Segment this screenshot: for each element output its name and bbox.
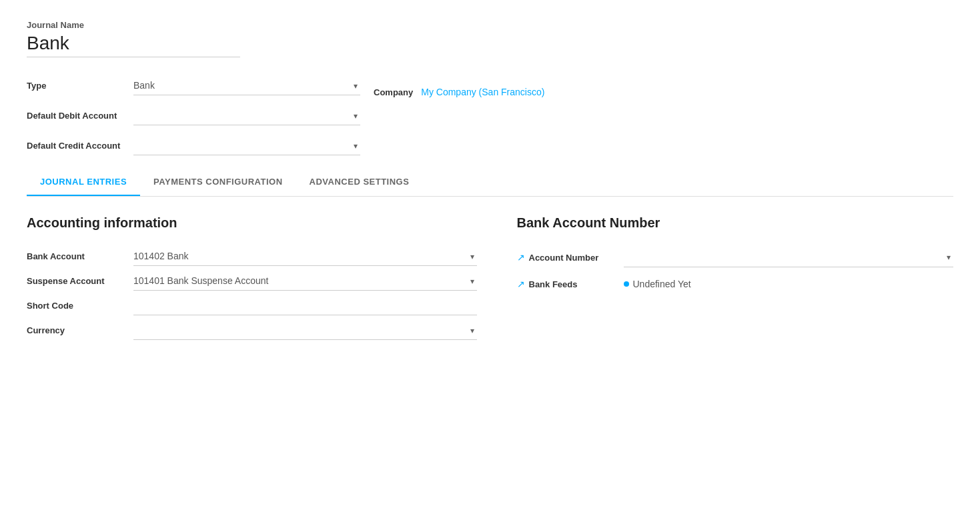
- type-field-wrapper[interactable]: Bank ▾: [133, 73, 360, 98]
- suspense-account-label: Suspense Account: [27, 269, 133, 293]
- account-number-wrapper[interactable]: ▾: [624, 248, 954, 267]
- type-label: Type: [27, 74, 133, 97]
- currency-wrapper[interactable]: ▾: [133, 318, 477, 343]
- bank-account-select[interactable]: 101402 Bank: [133, 247, 477, 266]
- default-credit-wrapper[interactable]: ▾: [133, 133, 360, 158]
- currency-label: Currency: [27, 319, 133, 342]
- default-debit-label: Default Debit Account: [27, 104, 133, 127]
- company-label: Company: [374, 87, 413, 97]
- journal-name-divider: [27, 57, 240, 57]
- accounting-info-title: Accounting information: [27, 215, 477, 231]
- tab-payments-configuration[interactable]: PAYMENTS CONFIGURATION: [140, 169, 296, 196]
- tab-advanced-settings[interactable]: ADVANCED SETTINGS: [296, 169, 423, 196]
- account-number-external-link-icon[interactable]: ↗: [517, 252, 525, 263]
- bank-account-number-section: Bank Account Number ↗ Account Number ▾ ↗…: [504, 215, 954, 343]
- bank-account-number-title: Bank Account Number: [517, 215, 954, 231]
- account-number-label: Account Number: [529, 253, 599, 263]
- bank-feeds-status-dot: [624, 281, 629, 287]
- accounting-info-section: Accounting information Bank Account 1014…: [27, 215, 477, 343]
- bank-account-label: Bank Account: [27, 245, 133, 268]
- company-section: Company My Company (San Francisco): [360, 73, 953, 163]
- company-link[interactable]: My Company (San Francisco): [421, 87, 544, 97]
- top-form: Type Bank ▾ Default Debit Account ▾: [27, 73, 953, 163]
- bank-feeds-external-link-icon[interactable]: ↗: [517, 279, 525, 289]
- left-form: Type Bank ▾ Default Debit Account ▾: [27, 73, 360, 163]
- tab-journal-entries[interactable]: JOURNAL ENTRIES: [27, 169, 140, 196]
- suspense-account-select[interactable]: 101401 Bank Suspense Account: [133, 271, 477, 291]
- currency-select[interactable]: [133, 321, 477, 340]
- short-code-label: Short Code: [27, 294, 133, 317]
- bank-account-grid: ↗ Account Number ▾ ↗ Bank Feeds Undefine: [517, 244, 954, 297]
- account-number-row-label: ↗ Account Number: [517, 244, 624, 271]
- tabs-bar: JOURNAL ENTRIES PAYMENTS CONFIGURATION A…: [27, 169, 953, 197]
- journal-name-label: Journal Name: [27, 20, 953, 30]
- default-credit-select[interactable]: [133, 136, 360, 155]
- bank-account-wrapper[interactable]: 101402 Bank ▾: [133, 244, 477, 269]
- default-credit-label: Default Credit Account: [27, 134, 133, 157]
- main-content: Accounting information Bank Account 1014…: [27, 215, 953, 343]
- bank-feeds-value: Undefined Yet: [624, 272, 954, 296]
- bank-feeds-status-text: Undefined Yet: [633, 279, 691, 289]
- accounting-info-grid: Bank Account 101402 Bank ▾ Suspense Acco…: [27, 244, 477, 343]
- bank-feeds-label: Bank Feeds: [529, 279, 578, 289]
- short-code-wrapper[interactable]: BNK1: [133, 293, 477, 318]
- page: Journal Name Bank Type Bank ▾ Default De…: [0, 0, 980, 363]
- suspense-account-wrapper[interactable]: 101401 Bank Suspense Account ▾: [133, 269, 477, 293]
- type-select[interactable]: Bank: [133, 76, 360, 95]
- bank-feeds-row-label: ↗ Bank Feeds: [517, 271, 624, 297]
- account-number-select[interactable]: [624, 248, 954, 267]
- default-debit-wrapper[interactable]: ▾: [133, 103, 360, 128]
- default-debit-select[interactable]: [133, 106, 360, 125]
- journal-name-value: Bank: [27, 33, 953, 54]
- short-code-input[interactable]: BNK1: [133, 296, 477, 315]
